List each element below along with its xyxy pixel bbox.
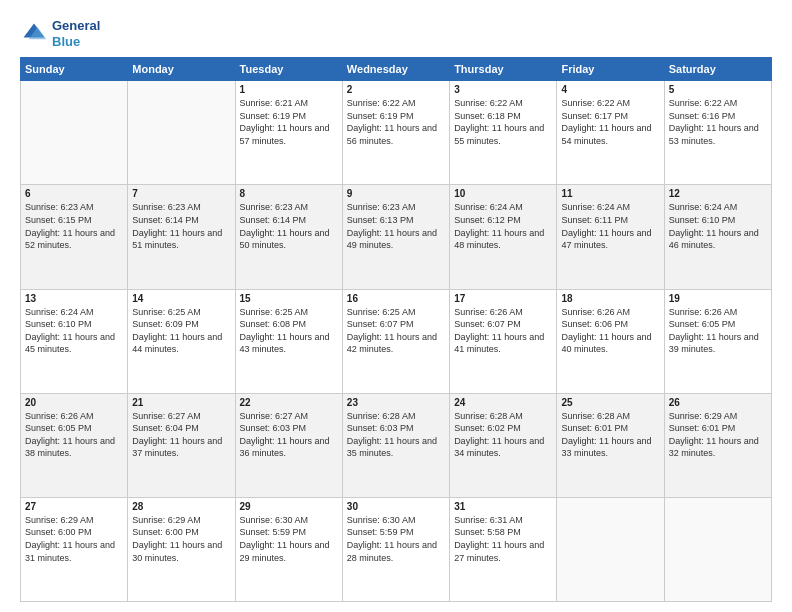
day-info: Sunrise: 6:28 AMSunset: 6:01 PMDaylight:… — [561, 410, 659, 460]
daylight: Daylight: 11 hours and 47 minutes. — [561, 228, 651, 251]
day-number: 15 — [240, 293, 338, 304]
day-cell: 13Sunrise: 6:24 AMSunset: 6:10 PMDayligh… — [21, 289, 128, 393]
daylight: Daylight: 11 hours and 45 minutes. — [25, 332, 115, 355]
day-number: 30 — [347, 501, 445, 512]
day-info: Sunrise: 6:23 AMSunset: 6:14 PMDaylight:… — [132, 201, 230, 251]
daylight: Daylight: 11 hours and 54 minutes. — [561, 123, 651, 146]
sunrise: Sunrise: 6:25 AM — [132, 307, 201, 317]
day-info: Sunrise: 6:29 AMSunset: 6:00 PMDaylight:… — [25, 514, 123, 564]
day-cell: 11Sunrise: 6:24 AMSunset: 6:11 PMDayligh… — [557, 185, 664, 289]
day-info: Sunrise: 6:26 AMSunset: 6:06 PMDaylight:… — [561, 306, 659, 356]
day-info: Sunrise: 6:22 AMSunset: 6:17 PMDaylight:… — [561, 97, 659, 147]
day-cell: 3Sunrise: 6:22 AMSunset: 6:18 PMDaylight… — [450, 81, 557, 185]
day-cell: 17Sunrise: 6:26 AMSunset: 6:07 PMDayligh… — [450, 289, 557, 393]
sunrise: Sunrise: 6:27 AM — [240, 411, 309, 421]
daylight: Daylight: 11 hours and 36 minutes. — [240, 436, 330, 459]
day-number: 24 — [454, 397, 552, 408]
day-number: 21 — [132, 397, 230, 408]
day-cell: 6Sunrise: 6:23 AMSunset: 6:15 PMDaylight… — [21, 185, 128, 289]
day-info: Sunrise: 6:22 AMSunset: 6:16 PMDaylight:… — [669, 97, 767, 147]
day-info: Sunrise: 6:30 AMSunset: 5:59 PMDaylight:… — [240, 514, 338, 564]
calendar-table: SundayMondayTuesdayWednesdayThursdayFrid… — [20, 57, 772, 602]
sunrise: Sunrise: 6:24 AM — [25, 307, 94, 317]
sunrise: Sunrise: 6:23 AM — [347, 202, 416, 212]
sunrise: Sunrise: 6:22 AM — [669, 98, 738, 108]
weekday-header-wednesday: Wednesday — [342, 58, 449, 81]
day-number: 1 — [240, 84, 338, 95]
sunset: Sunset: 6:10 PM — [669, 215, 736, 225]
sunrise: Sunrise: 6:24 AM — [454, 202, 523, 212]
day-cell: 24Sunrise: 6:28 AMSunset: 6:02 PMDayligh… — [450, 393, 557, 497]
day-number: 27 — [25, 501, 123, 512]
sunrise: Sunrise: 6:26 AM — [669, 307, 738, 317]
day-cell: 7Sunrise: 6:23 AMSunset: 6:14 PMDaylight… — [128, 185, 235, 289]
day-info: Sunrise: 6:29 AMSunset: 6:00 PMDaylight:… — [132, 514, 230, 564]
day-cell: 19Sunrise: 6:26 AMSunset: 6:05 PMDayligh… — [664, 289, 771, 393]
logo-text: General Blue — [52, 18, 100, 49]
day-info: Sunrise: 6:27 AMSunset: 6:04 PMDaylight:… — [132, 410, 230, 460]
sunset: Sunset: 5:58 PM — [454, 527, 521, 537]
day-cell: 25Sunrise: 6:28 AMSunset: 6:01 PMDayligh… — [557, 393, 664, 497]
sunset: Sunset: 6:18 PM — [454, 111, 521, 121]
sunset: Sunset: 6:04 PM — [132, 423, 199, 433]
sunset: Sunset: 6:00 PM — [132, 527, 199, 537]
sunrise: Sunrise: 6:28 AM — [454, 411, 523, 421]
sunset: Sunset: 6:03 PM — [347, 423, 414, 433]
day-number: 7 — [132, 188, 230, 199]
day-cell: 22Sunrise: 6:27 AMSunset: 6:03 PMDayligh… — [235, 393, 342, 497]
week-row-3: 13Sunrise: 6:24 AMSunset: 6:10 PMDayligh… — [21, 289, 772, 393]
daylight: Daylight: 11 hours and 31 minutes. — [25, 540, 115, 563]
day-number: 6 — [25, 188, 123, 199]
sunrise: Sunrise: 6:22 AM — [561, 98, 630, 108]
daylight: Daylight: 11 hours and 43 minutes. — [240, 332, 330, 355]
sunrise: Sunrise: 6:24 AM — [669, 202, 738, 212]
week-row-1: 1Sunrise: 6:21 AMSunset: 6:19 PMDaylight… — [21, 81, 772, 185]
sunrise: Sunrise: 6:26 AM — [561, 307, 630, 317]
sunset: Sunset: 6:00 PM — [25, 527, 92, 537]
sunset: Sunset: 6:03 PM — [240, 423, 307, 433]
page: General Blue SundayMondayTuesdayWednesda… — [0, 0, 792, 612]
daylight: Daylight: 11 hours and 42 minutes. — [347, 332, 437, 355]
day-cell: 9Sunrise: 6:23 AMSunset: 6:13 PMDaylight… — [342, 185, 449, 289]
sunset: Sunset: 5:59 PM — [347, 527, 414, 537]
sunset: Sunset: 6:05 PM — [25, 423, 92, 433]
sunrise: Sunrise: 6:25 AM — [347, 307, 416, 317]
day-info: Sunrise: 6:28 AMSunset: 6:02 PMDaylight:… — [454, 410, 552, 460]
daylight: Daylight: 11 hours and 48 minutes. — [454, 228, 544, 251]
daylight: Daylight: 11 hours and 32 minutes. — [669, 436, 759, 459]
sunset: Sunset: 6:02 PM — [454, 423, 521, 433]
day-cell: 30Sunrise: 6:30 AMSunset: 5:59 PMDayligh… — [342, 497, 449, 601]
day-cell — [664, 497, 771, 601]
sunset: Sunset: 6:14 PM — [240, 215, 307, 225]
day-info: Sunrise: 6:22 AMSunset: 6:18 PMDaylight:… — [454, 97, 552, 147]
sunset: Sunset: 6:07 PM — [454, 319, 521, 329]
day-cell: 4Sunrise: 6:22 AMSunset: 6:17 PMDaylight… — [557, 81, 664, 185]
daylight: Daylight: 11 hours and 37 minutes. — [132, 436, 222, 459]
logo-icon — [20, 20, 48, 48]
sunrise: Sunrise: 6:21 AM — [240, 98, 309, 108]
day-info: Sunrise: 6:24 AMSunset: 6:12 PMDaylight:… — [454, 201, 552, 251]
day-number: 8 — [240, 188, 338, 199]
day-cell: 2Sunrise: 6:22 AMSunset: 6:19 PMDaylight… — [342, 81, 449, 185]
daylight: Daylight: 11 hours and 38 minutes. — [25, 436, 115, 459]
day-number: 18 — [561, 293, 659, 304]
day-info: Sunrise: 6:24 AMSunset: 6:10 PMDaylight:… — [25, 306, 123, 356]
day-info: Sunrise: 6:24 AMSunset: 6:10 PMDaylight:… — [669, 201, 767, 251]
day-cell: 26Sunrise: 6:29 AMSunset: 6:01 PMDayligh… — [664, 393, 771, 497]
daylight: Daylight: 11 hours and 55 minutes. — [454, 123, 544, 146]
sunrise: Sunrise: 6:29 AM — [132, 515, 201, 525]
daylight: Daylight: 11 hours and 35 minutes. — [347, 436, 437, 459]
day-number: 25 — [561, 397, 659, 408]
header: General Blue — [20, 18, 772, 49]
day-info: Sunrise: 6:25 AMSunset: 6:07 PMDaylight:… — [347, 306, 445, 356]
sunrise: Sunrise: 6:27 AM — [132, 411, 201, 421]
day-info: Sunrise: 6:31 AMSunset: 5:58 PMDaylight:… — [454, 514, 552, 564]
day-cell: 16Sunrise: 6:25 AMSunset: 6:07 PMDayligh… — [342, 289, 449, 393]
sunrise: Sunrise: 6:22 AM — [454, 98, 523, 108]
day-number: 13 — [25, 293, 123, 304]
daylight: Daylight: 11 hours and 49 minutes. — [347, 228, 437, 251]
daylight: Daylight: 11 hours and 33 minutes. — [561, 436, 651, 459]
day-number: 22 — [240, 397, 338, 408]
sunset: Sunset: 6:07 PM — [347, 319, 414, 329]
day-number: 4 — [561, 84, 659, 95]
